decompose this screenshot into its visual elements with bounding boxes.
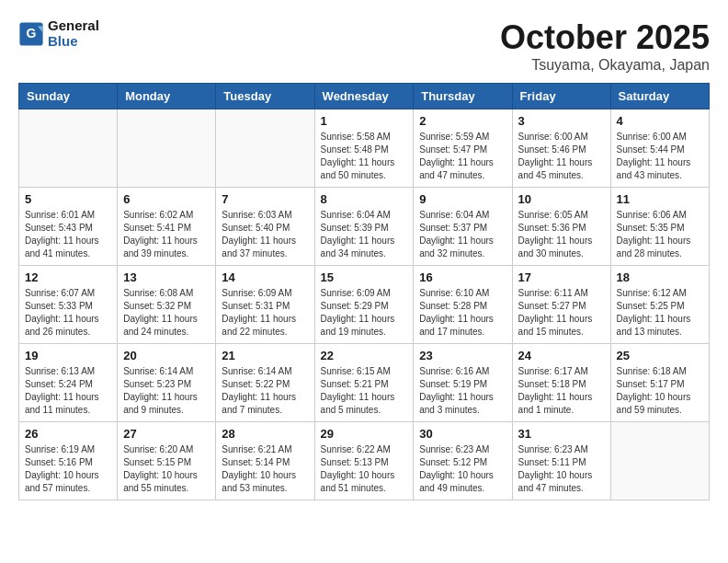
- day-number: 22: [321, 349, 408, 362]
- weekday-header-tuesday: Tuesday: [216, 84, 314, 109]
- day-info: Sunrise: 6:09 AM Sunset: 5:31 PM Dayligh…: [222, 287, 308, 339]
- calendar-cell: 20Sunrise: 6:14 AM Sunset: 5:23 PM Dayli…: [118, 344, 216, 422]
- day-info: Sunrise: 6:14 AM Sunset: 5:23 PM Dayligh…: [123, 365, 210, 417]
- day-number: 18: [617, 270, 703, 284]
- calendar-cell: 6Sunrise: 6:02 AM Sunset: 5:41 PM Daylig…: [118, 188, 216, 266]
- day-number: 26: [25, 427, 111, 441]
- day-number: 21: [222, 349, 308, 362]
- day-info: Sunrise: 6:21 AM Sunset: 5:14 PM Dayligh…: [222, 443, 308, 495]
- day-info: Sunrise: 5:59 AM Sunset: 5:47 PM Dayligh…: [419, 131, 506, 182]
- day-number: 3: [518, 114, 605, 128]
- day-number: 14: [222, 270, 308, 284]
- calendar-cell: 5Sunrise: 6:01 AM Sunset: 5:43 PM Daylig…: [19, 188, 118, 266]
- day-number: 28: [222, 427, 308, 441]
- calendar-cell: 13Sunrise: 6:08 AM Sunset: 5:32 PM Dayli…: [118, 266, 216, 344]
- calendar-cell: 7Sunrise: 6:03 AM Sunset: 5:40 PM Daylig…: [216, 188, 314, 266]
- calendar-cell: [216, 109, 314, 188]
- day-info: Sunrise: 6:02 AM Sunset: 5:41 PM Dayligh…: [123, 209, 210, 260]
- week-row-3: 12Sunrise: 6:07 AM Sunset: 5:33 PM Dayli…: [19, 266, 710, 344]
- day-info: Sunrise: 6:01 AM Sunset: 5:43 PM Dayligh…: [25, 209, 111, 260]
- calendar-cell: 2Sunrise: 5:59 AM Sunset: 5:47 PM Daylig…: [414, 109, 512, 188]
- weekday-header-saturday: Saturday: [610, 84, 709, 109]
- day-info: Sunrise: 6:20 AM Sunset: 5:15 PM Dayligh…: [123, 443, 210, 495]
- logo: G General Blue: [18, 18, 99, 49]
- calendar-cell: 10Sunrise: 6:05 AM Sunset: 5:36 PM Dayli…: [512, 188, 610, 266]
- day-info: Sunrise: 6:00 AM Sunset: 5:46 PM Dayligh…: [518, 131, 605, 182]
- svg-text:G: G: [27, 26, 37, 40]
- calendar-cell: [610, 422, 709, 500]
- calendar-cell: 16Sunrise: 6:10 AM Sunset: 5:28 PM Dayli…: [414, 266, 512, 344]
- calendar-cell: 25Sunrise: 6:18 AM Sunset: 5:17 PM Dayli…: [610, 344, 709, 422]
- day-number: 11: [617, 192, 703, 206]
- day-number: 31: [518, 427, 605, 441]
- day-number: 29: [321, 427, 408, 441]
- day-number: 6: [123, 192, 210, 206]
- day-info: Sunrise: 6:13 AM Sunset: 5:24 PM Dayligh…: [25, 365, 111, 417]
- week-row-1: 1Sunrise: 5:58 AM Sunset: 5:48 PM Daylig…: [19, 109, 710, 188]
- calendar-cell: 15Sunrise: 6:09 AM Sunset: 5:29 PM Dayli…: [314, 266, 414, 344]
- day-number: 27: [123, 427, 210, 441]
- day-info: Sunrise: 6:06 AM Sunset: 5:35 PM Dayligh…: [617, 209, 703, 260]
- location-title: Tsuyama, Okayama, Japan: [500, 57, 710, 74]
- calendar-cell: 4Sunrise: 6:00 AM Sunset: 5:44 PM Daylig…: [610, 109, 709, 188]
- day-number: 8: [321, 192, 408, 206]
- day-info: Sunrise: 6:05 AM Sunset: 5:36 PM Dayligh…: [518, 209, 605, 260]
- day-number: 19: [25, 349, 111, 362]
- month-title: October 2025: [500, 18, 710, 57]
- day-number: 25: [617, 349, 703, 362]
- day-info: Sunrise: 6:00 AM Sunset: 5:44 PM Dayligh…: [617, 131, 703, 182]
- calendar-cell: [19, 109, 118, 188]
- calendar-cell: 31Sunrise: 6:23 AM Sunset: 5:11 PM Dayli…: [512, 422, 610, 500]
- day-info: Sunrise: 6:04 AM Sunset: 5:39 PM Dayligh…: [321, 209, 408, 260]
- calendar-cell: 9Sunrise: 6:04 AM Sunset: 5:37 PM Daylig…: [414, 188, 512, 266]
- day-number: 4: [617, 114, 703, 128]
- calendar-table: SundayMondayTuesdayWednesdayThursdayFrid…: [18, 83, 710, 500]
- day-info: Sunrise: 6:08 AM Sunset: 5:32 PM Dayligh…: [123, 287, 210, 339]
- calendar-cell: 19Sunrise: 6:13 AM Sunset: 5:24 PM Dayli…: [19, 344, 118, 422]
- day-number: 16: [419, 270, 506, 284]
- day-number: 15: [321, 270, 408, 284]
- weekday-header-row: SundayMondayTuesdayWednesdayThursdayFrid…: [19, 84, 710, 109]
- week-row-4: 19Sunrise: 6:13 AM Sunset: 5:24 PM Dayli…: [19, 344, 710, 422]
- calendar-cell: 17Sunrise: 6:11 AM Sunset: 5:27 PM Dayli…: [512, 266, 610, 344]
- day-info: Sunrise: 6:04 AM Sunset: 5:37 PM Dayligh…: [419, 209, 506, 260]
- weekday-header-thursday: Thursday: [414, 84, 512, 109]
- day-info: Sunrise: 6:15 AM Sunset: 5:21 PM Dayligh…: [321, 365, 408, 417]
- day-info: Sunrise: 6:07 AM Sunset: 5:33 PM Dayligh…: [25, 287, 111, 339]
- day-info: Sunrise: 6:03 AM Sunset: 5:40 PM Dayligh…: [222, 209, 308, 260]
- day-info: Sunrise: 6:23 AM Sunset: 5:11 PM Dayligh…: [518, 443, 605, 495]
- calendar-cell: 8Sunrise: 6:04 AM Sunset: 5:39 PM Daylig…: [314, 188, 414, 266]
- day-info: Sunrise: 6:14 AM Sunset: 5:22 PM Dayligh…: [222, 365, 308, 417]
- calendar-cell: [118, 109, 216, 188]
- weekday-header-wednesday: Wednesday: [314, 84, 414, 109]
- calendar-cell: 11Sunrise: 6:06 AM Sunset: 5:35 PM Dayli…: [610, 188, 709, 266]
- day-info: Sunrise: 6:12 AM Sunset: 5:25 PM Dayligh…: [617, 287, 703, 339]
- calendar-cell: 26Sunrise: 6:19 AM Sunset: 5:16 PM Dayli…: [19, 422, 118, 500]
- day-number: 17: [518, 270, 605, 284]
- weekday-header-monday: Monday: [118, 84, 216, 109]
- calendar-cell: 28Sunrise: 6:21 AM Sunset: 5:14 PM Dayli…: [216, 422, 314, 500]
- day-info: Sunrise: 6:23 AM Sunset: 5:12 PM Dayligh…: [419, 443, 506, 495]
- calendar-cell: 22Sunrise: 6:15 AM Sunset: 5:21 PM Dayli…: [314, 344, 414, 422]
- calendar-cell: 12Sunrise: 6:07 AM Sunset: 5:33 PM Dayli…: [19, 266, 118, 344]
- calendar-cell: 29Sunrise: 6:22 AM Sunset: 5:13 PM Dayli…: [314, 422, 414, 500]
- week-row-5: 26Sunrise: 6:19 AM Sunset: 5:16 PM Dayli…: [19, 422, 710, 500]
- calendar-cell: 27Sunrise: 6:20 AM Sunset: 5:15 PM Dayli…: [118, 422, 216, 500]
- calendar-cell: 24Sunrise: 6:17 AM Sunset: 5:18 PM Dayli…: [512, 344, 610, 422]
- day-number: 23: [419, 349, 506, 362]
- calendar-cell: 14Sunrise: 6:09 AM Sunset: 5:31 PM Dayli…: [216, 266, 314, 344]
- day-info: Sunrise: 6:11 AM Sunset: 5:27 PM Dayligh…: [518, 287, 605, 339]
- day-info: Sunrise: 6:17 AM Sunset: 5:18 PM Dayligh…: [518, 365, 605, 417]
- day-number: 9: [419, 192, 506, 206]
- calendar-cell: 21Sunrise: 6:14 AM Sunset: 5:22 PM Dayli…: [216, 344, 314, 422]
- calendar-cell: 3Sunrise: 6:00 AM Sunset: 5:46 PM Daylig…: [512, 109, 610, 188]
- calendar-cell: 23Sunrise: 6:16 AM Sunset: 5:19 PM Dayli…: [414, 344, 512, 422]
- logo-icon: G: [18, 21, 44, 47]
- calendar-cell: 30Sunrise: 6:23 AM Sunset: 5:12 PM Dayli…: [414, 422, 512, 500]
- day-info: Sunrise: 6:16 AM Sunset: 5:19 PM Dayligh…: [419, 365, 506, 417]
- day-number: 2: [419, 114, 506, 128]
- calendar-cell: 1Sunrise: 5:58 AM Sunset: 5:48 PM Daylig…: [314, 109, 414, 188]
- logo-text-line2: Blue: [48, 34, 99, 50]
- day-info: Sunrise: 6:09 AM Sunset: 5:29 PM Dayligh…: [321, 287, 408, 339]
- weekday-header-sunday: Sunday: [19, 84, 118, 109]
